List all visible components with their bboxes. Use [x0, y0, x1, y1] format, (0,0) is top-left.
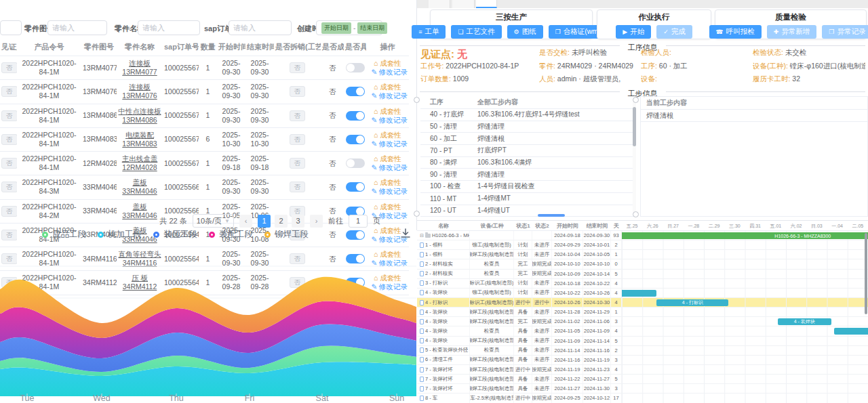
modify-log-link[interactable]: ✎ 修改记录: [371, 91, 408, 100]
split-chip[interactable]: 否: [290, 158, 306, 169]
enabled-toggle[interactable]: [346, 230, 365, 240]
gantt-row[interactable]: ⊟H1026-66-3 - MHZZA83002024-09-182024-09…: [417, 231, 868, 240]
witness-chip[interactable]: 否: [1, 158, 17, 169]
gantt-row[interactable]: 7 - 装焊衬环铆焊工段(核电制造部)进行中按期完成2024-11-192024…: [417, 365, 868, 375]
gantt-row[interactable]: 7 - 装焊衬环铆焊工段(核电制造部)具备未进序2024-11-272024-1…: [417, 384, 868, 394]
tab-1[interactable]: [429, 0, 450, 8]
splitter-handle-icon[interactable]: [414, 211, 420, 217]
工艺文件-button[interactable]: ❏工艺文件: [451, 25, 501, 39]
process-row[interactable]: 80 - 满焊106.3和106.4满焊: [420, 157, 636, 169]
split-chip[interactable]: 否: [290, 62, 306, 73]
page-size-select[interactable]: 10条/页 ▼: [193, 214, 234, 228]
enabled-toggle[interactable]: [346, 87, 365, 96]
完成-button[interactable]: ✓完成: [656, 25, 692, 39]
图纸-button[interactable]: ⚙图纸: [507, 25, 543, 39]
part-name-input[interactable]: [138, 20, 200, 35]
gantt-scrollbar[interactable]: [865, 233, 867, 314]
gantt-row[interactable]: 1 - 领料铆焊工段(核电制造部)计划未进序2024-10-042024-10-…: [417, 250, 868, 259]
enabled-toggle[interactable]: [346, 135, 365, 144]
gantt-bar[interactable]: 4 - 打标识: [656, 299, 728, 306]
gantt-row[interactable]: 4 - 装焊块铆焊工段(核电制造部)具备未进序2024-11-282024-11…: [417, 307, 868, 317]
process-table-scrollbar[interactable]: [633, 102, 636, 215]
date-start-chip[interactable]: 开始日期: [321, 22, 351, 34]
modify-log-link[interactable]: ✎ 修改记录: [371, 187, 408, 195]
gantt-row[interactable]: 1 - 领料铆工(核电制造部)计划未进序2024-09-292024-10-01…: [417, 240, 868, 250]
process-table-hscrollbar[interactable]: [538, 214, 565, 217]
gantt-row[interactable]: 6 - 清理工件铆焊工段(核电制造部)具备未进序2024-11-162024-1…: [417, 356, 868, 365]
witness-chip[interactable]: 否: [1, 86, 17, 97]
process-row[interactable]: 110 - MT1-4焊缝MT: [420, 193, 636, 205]
page-button-1[interactable]: 1: [258, 215, 271, 228]
part-name-link[interactable]: 中性点连接板 13RM4086: [119, 107, 161, 124]
gantt-bar[interactable]: 4 - 装焊块: [778, 318, 831, 325]
split-chip[interactable]: 否: [290, 182, 306, 192]
suite-action-link[interactable]: ⌂ 成套性: [374, 250, 401, 258]
suite-action-link[interactable]: ⌂ 成套性: [374, 178, 401, 186]
modify-log-link[interactable]: ✎ 修改记录: [371, 163, 408, 171]
splitter-handle-icon[interactable]: [414, 97, 420, 103]
page-button-3[interactable]: 3: [292, 215, 304, 228]
witness-chip[interactable]: 否: [1, 110, 17, 121]
witness-chip[interactable]: 否: [1, 62, 17, 73]
gantt-row[interactable]: 2 - 材料核实检查员完工按期完成2024-10-092024-10-145: [417, 270, 868, 279]
splitter-handle-icon[interactable]: [633, 97, 639, 103]
part-drawing-input[interactable]: [47, 20, 107, 35]
date-end-chip[interactable]: 结束日期: [357, 22, 387, 34]
page-button-2[interactable]: 2: [275, 215, 288, 228]
modify-log-link[interactable]: ✎ 修改记录: [371, 140, 408, 148]
gantt-row[interactable]: 5 - 检查装焊块外径检查员具备未进序2024-11-142024-11-162: [417, 346, 868, 356]
modify-log-link[interactable]: ✎ 修改记录: [371, 116, 408, 124]
process-row[interactable]: 40 - 打底焊106.3和106.4打底焊1-4号焊缝test: [420, 109, 636, 121]
modify-log-link[interactable]: ✎ 修改记录: [371, 68, 408, 76]
sap-order-input[interactable]: [229, 20, 292, 35]
part-name-link[interactable]: 连接板 13RM4076: [122, 83, 157, 100]
异常记录-button[interactable]: ❐异常记录: [822, 25, 868, 39]
date-range-picker[interactable]: 开始日期 - 结束日期: [316, 20, 382, 35]
process-row[interactable]: 60 - 加工焊缝清根: [420, 133, 636, 145]
呼叫报检-button[interactable]: ☎呼叫报检: [709, 25, 762, 39]
goto-page-input[interactable]: [349, 215, 368, 228]
legend-item[interactable]: 机加工段: [98, 229, 142, 240]
异常新增-button[interactable]: ✚异常新增: [767, 25, 817, 39]
part-name-link[interactable]: 主出线盒盖 12RM4028: [122, 154, 158, 171]
gantt-row[interactable]: 7 - 装焊衬环铆焊工段(核电制造部)具备未进序2024-11-222024-1…: [417, 375, 868, 384]
legend-item[interactable]: 成品工段: [42, 229, 86, 240]
legend-item[interactable]: 装配工段: [209, 229, 253, 240]
gantt-row[interactable]: 8 - 车立车-2.5米(核电制造部)进行中按期完成2024-09-252024…: [417, 394, 868, 403]
truncated-filter-input[interactable]: [0, 20, 22, 35]
splitter-handle-icon[interactable]: [633, 211, 639, 217]
process-row[interactable]: 70 - PT打底焊PT: [420, 145, 636, 157]
part-name-link[interactable]: 盖板 33RM4046: [122, 178, 157, 195]
suite-action-link[interactable]: ⌂ 成套性: [374, 203, 401, 211]
legend-item[interactable]: 装压工段: [153, 229, 197, 240]
gantt-row[interactable]: 4 - 装焊块铆焊工段(核电制造部)完工按期完成2024-11-022024-1…: [417, 317, 868, 326]
process-row[interactable]: 50 - 清理焊缝清理: [420, 121, 636, 133]
split-chip[interactable]: 否: [290, 86, 306, 97]
split-chip[interactable]: 否: [290, 110, 306, 121]
witness-chip[interactable]: 否: [1, 182, 17, 192]
legend-item[interactable]: 铆焊工段: [264, 229, 309, 240]
part-name-link[interactable]: 电缆装配 13RM4083: [122, 131, 157, 148]
gantt-row[interactable]: 2 - 材料核实检查员完工按期完成2024-10-102024-10-100: [417, 259, 868, 269]
enabled-toggle[interactable]: [346, 111, 365, 121]
gantt-bar[interactable]: [834, 328, 868, 335]
gantt-bar[interactable]: H1026-66-3 - MHZZA8300: [622, 232, 868, 239]
suite-action-link[interactable]: ⌂ 成套性: [374, 131, 401, 139]
gantt-row[interactable]: 3 - 打标识标识工(核电制造部)计划未进序2024-10-182024-10-…: [417, 279, 868, 289]
split-chip[interactable]: 否: [290, 134, 306, 145]
process-row[interactable]: 90 - 清理焊缝清理: [420, 169, 636, 181]
witness-chip[interactable]: 否: [1, 230, 17, 240]
suite-action-link[interactable]: ⌂ 成套性: [374, 59, 401, 67]
enabled-toggle[interactable]: [346, 63, 365, 72]
gantt-bar[interactable]: [622, 290, 656, 297]
collapse-icon[interactable]: ⊟: [420, 233, 424, 238]
gantt-row[interactable]: 4 - 装焊块检查员具备未进序2024-11-052024-11-094: [417, 326, 868, 336]
witness-chip[interactable]: 否: [1, 134, 17, 145]
suite-action-link[interactable]: ⌂ 成套性: [374, 154, 401, 163]
suite-action-link[interactable]: ⌂ 成套性: [374, 107, 401, 115]
gantt-row[interactable]: 4 - 打标识标识工(核电制造部)进行中进行中2024-10-262024-10…: [417, 298, 868, 307]
gantt-row[interactable]: 4 - 装焊块铆工(核电制造部)计划未进序2024-10-222024-10-2…: [417, 289, 868, 298]
enabled-toggle[interactable]: [346, 182, 365, 192]
process-row[interactable]: 120 - UT1-4焊缝UT: [420, 205, 636, 217]
process-row[interactable]: 100 - 检查1-4号焊缝目视检查: [420, 181, 636, 193]
